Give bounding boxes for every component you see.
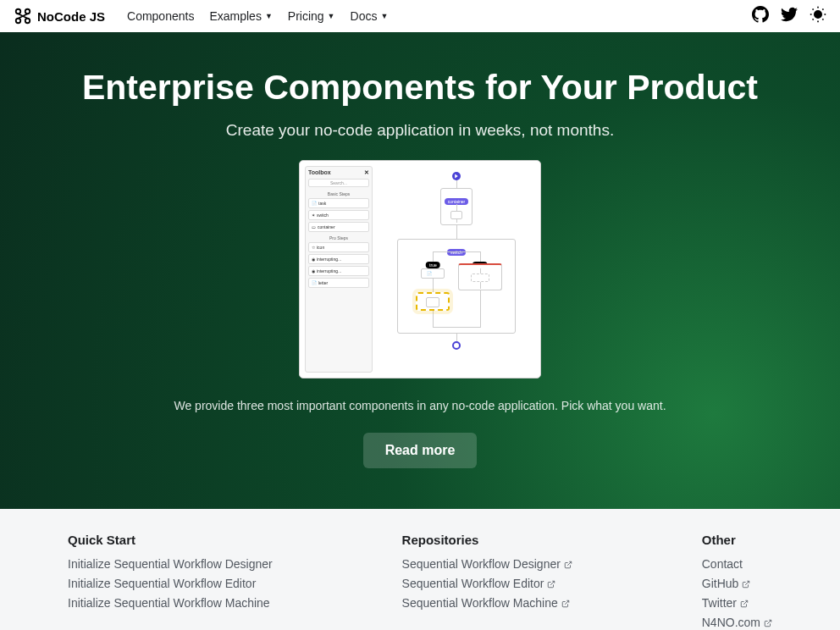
- hero-description: We provide three most important componen…: [17, 399, 823, 412]
- svg-point-4: [815, 11, 821, 18]
- container-group: container ☆: [440, 188, 472, 225]
- switch-container: switch true false 📄 task ✕: [397, 239, 516, 334]
- twitter-icon[interactable]: [781, 6, 798, 26]
- start-node: [452, 172, 461, 180]
- footer-col-repositories: Repositories Sequential Workflow Designe…: [402, 533, 572, 630]
- selected-node: ✕: [416, 292, 450, 311]
- footer-col-other: Other Contact GitHub Twitter N4NO.com: [702, 533, 772, 630]
- nav-links: Components Examples ▼ Pricing ▼ Docs ▼: [127, 9, 388, 23]
- navbar-right: [752, 6, 826, 26]
- close-icon: ✕: [364, 169, 369, 176]
- svg-line-12: [822, 9, 823, 10]
- footer-link-repo-machine[interactable]: Sequential Workflow Machine: [402, 596, 572, 610]
- external-link-icon: [547, 578, 555, 586]
- true-task-node: 📄 task: [421, 268, 445, 279]
- caret-down-icon: ▼: [265, 12, 273, 20]
- svg-point-1: [25, 9, 30, 14]
- false-container: task: [458, 263, 502, 290]
- navbar: NoCode JS Components Examples ▼ Pricing …: [0, 0, 840, 32]
- read-more-button[interactable]: Read more: [363, 433, 478, 468]
- footer-link-github[interactable]: GitHub: [702, 577, 772, 590]
- svg-line-7: [813, 9, 814, 10]
- external-link-icon: [564, 558, 572, 566]
- toolbox-item-task: 📄 task: [308, 198, 369, 208]
- footer-link-twitter[interactable]: Twitter: [702, 596, 772, 610]
- footer-link-n4no[interactable]: N4NO.com: [702, 616, 772, 629]
- toolbox-item-int1: ◉ interrupting...: [308, 254, 369, 264]
- hero-section: Enterprise Components for Your Product C…: [0, 32, 840, 509]
- toolbox-search: Search...: [308, 179, 369, 187]
- external-link-icon: [561, 597, 570, 605]
- brand-text: NoCode JS: [37, 9, 105, 24]
- toolbox-item-letter: 📄 letter: [308, 278, 369, 288]
- footer-title-other: Other: [702, 533, 772, 547]
- footer-col-quickstart: Quick Start Initialize Sequential Workfl…: [68, 533, 273, 630]
- nav-pricing[interactable]: Pricing ▼: [288, 9, 335, 23]
- toolbox-item-int2: ◉ interrupting...: [308, 266, 369, 276]
- logo[interactable]: NoCode JS: [14, 7, 105, 25]
- caret-down-icon: ▼: [328, 12, 335, 20]
- svg-point-0: [16, 9, 21, 14]
- false-task: task: [471, 274, 489, 282]
- toolbox-item-icon: ☆ icon: [308, 242, 369, 252]
- external-link-icon: [740, 597, 749, 605]
- nav-docs[interactable]: Docs ▼: [351, 9, 389, 23]
- toolbox-item-container: ▭ container: [308, 222, 369, 232]
- footer-link-init-machine[interactable]: Initialize Sequential Workflow Machine: [68, 596, 273, 610]
- svg-point-2: [16, 19, 21, 24]
- hero-title: Enterprise Components for Your Product: [17, 68, 823, 108]
- logo-icon: [14, 7, 32, 25]
- footer-columns: Quick Start Initialize Sequential Workfl…: [68, 533, 772, 630]
- workflow-canvas: container ☆ switch true false 📄 task: [378, 166, 535, 373]
- svg-point-3: [25, 19, 30, 24]
- end-node: [452, 341, 461, 350]
- external-link-icon: [764, 616, 772, 625]
- nav-examples[interactable]: Examples ▼: [209, 9, 272, 23]
- external-link-icon: [742, 578, 750, 586]
- toolbox-panel: Toolbox ✕ Search... Basic Steps 📄 task ✶…: [305, 166, 373, 373]
- theme-toggle-icon[interactable]: [810, 6, 826, 26]
- footer: Quick Start Initialize Sequential Workfl…: [0, 509, 840, 630]
- footer-link-repo-designer[interactable]: Sequential Workflow Designer: [402, 557, 572, 571]
- star-node: ☆: [450, 211, 462, 219]
- toolbox-section-pro: Pro Steps: [308, 234, 369, 242]
- footer-link-contact[interactable]: Contact: [702, 557, 772, 571]
- navbar-left: NoCode JS Components Examples ▼ Pricing …: [14, 7, 388, 25]
- footer-link-init-editor[interactable]: Initialize Sequential Workflow Editor: [68, 577, 273, 590]
- footer-link-repo-editor[interactable]: Sequential Workflow Editor: [402, 577, 572, 590]
- footer-title-quickstart: Quick Start: [68, 533, 273, 547]
- hero-subtitle: Create your no-code application in weeks…: [17, 121, 823, 140]
- toolbox-section-basic: Basic Steps: [308, 190, 369, 198]
- github-icon[interactable]: [752, 6, 769, 26]
- caret-down-icon: ▼: [380, 12, 388, 20]
- toolbox-item-switch: ✶ switch: [308, 210, 369, 220]
- toolbox-header: Toolbox ✕: [308, 169, 369, 176]
- footer-link-init-designer[interactable]: Initialize Sequential Workflow Designer: [68, 557, 273, 571]
- footer-title-repositories: Repositories: [402, 533, 572, 547]
- svg-line-8: [822, 19, 823, 19]
- svg-line-11: [813, 19, 814, 19]
- nav-components[interactable]: Components: [127, 9, 194, 23]
- workflow-screenshot: Toolbox ✕ Search... Basic Steps 📄 task ✶…: [299, 160, 541, 379]
